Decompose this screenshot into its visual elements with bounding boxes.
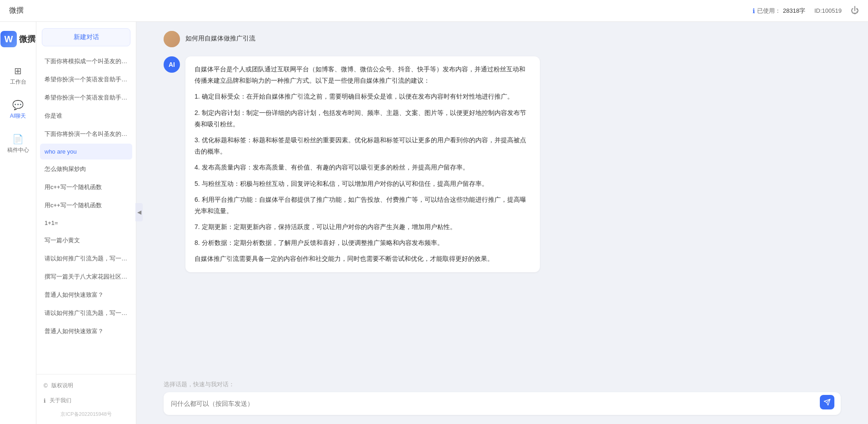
- logout-button[interactable]: ⏻: [851, 6, 859, 15]
- sidebar-footer: © 版权说明 ℹ 关于我们 京ICP备2022015948号: [36, 374, 136, 424]
- ai-para-2: 2. 制定内容计划：制定一份详细的内容计划，包括发布时间、频率、主题、文案、图片…: [195, 107, 531, 130]
- ai-para-6: 6. 利用平台推广功能：自媒体平台都提供了推广功能，如广告投放、付费推广等，可以…: [195, 194, 531, 217]
- copyright-label: 版权说明: [51, 382, 73, 389]
- ai-avatar: AI: [164, 56, 180, 73]
- nav-label-ai-chat: AI聊天: [10, 112, 26, 120]
- topbar-right: ℹ 已使用： 28318字 ID:100519 ⏻: [753, 6, 859, 15]
- usage-count: 28318字: [783, 7, 805, 15]
- sidebar-item-11[interactable]: 写一篇小黄文: [40, 232, 132, 249]
- about-us-link[interactable]: ℹ 关于我们: [40, 394, 132, 407]
- send-icon: [823, 399, 831, 406]
- ai-para-1: 1. 确定目标受众：在开始自媒体推广引流之前，需要明确目标受众是谁，以便在发布内…: [195, 91, 531, 102]
- send-button[interactable]: [820, 395, 834, 409]
- workbench-icon: ⊞: [14, 65, 22, 76]
- sidebar-item-12[interactable]: 请以如何推广引流为题，写一篇大纲: [40, 250, 132, 267]
- nav-label-workbench: 工作台: [10, 78, 26, 86]
- usage-label: 已使用：: [757, 7, 781, 15]
- sidebar-item-13[interactable]: 撰写一篇关于八大家花园社区一刻钟便民生...: [40, 268, 132, 285]
- sidebar-collapse-button[interactable]: ◀: [135, 203, 143, 221]
- left-nav: W 微撰 ⊞ 工作台 💬 AI聊天 📄 稿件中心: [0, 22, 36, 424]
- sidebar-item-15[interactable]: 请以如何推广引流为题，写一篇大纲: [40, 304, 132, 322]
- ai-para-0: 自媒体平台是个人或团队通过互联网平台（如博客、微博、微信公众号、抖音、快手等）发…: [195, 64, 531, 86]
- chat-messages: 如何用自媒体做推广引流 AI 自媒体平台是个人或团队通过互联网平台（如博客、微博…: [136, 22, 868, 376]
- about-label: 关于我们: [50, 397, 71, 404]
- brand-name: 微撰: [19, 34, 35, 45]
- nav-item-workbench[interactable]: ⊞ 工作台: [4, 61, 33, 90]
- sidebar-item-6[interactable]: who are you: [40, 144, 132, 160]
- user-avatar: [164, 31, 180, 47]
- user-message: 如何用自媒体做推广引流: [164, 31, 841, 47]
- about-icon: ℹ: [44, 398, 46, 404]
- brand-logo: W 微撰: [0, 31, 35, 47]
- sidebar: 新建对话 下面你将模拟成一个叫圣友的程序员，我说... 希望你扮演一个英语发音助…: [36, 22, 136, 424]
- quick-prompt-label: 选择话题，快速与我对话：: [164, 380, 841, 389]
- ai-chat-icon: 💬: [12, 100, 24, 110]
- icp-number: 京ICP备2022015948号: [40, 409, 132, 419]
- sidebar-item-5[interactable]: 下面你将扮演一个名叫圣友的医生: [40, 125, 132, 143]
- ai-para-4: 4. 发布高质量内容：发布高质量、有价值、有趣的内容可以吸引更多的粉丝，并提高用…: [195, 162, 531, 173]
- usage-icon: ℹ: [753, 7, 755, 15]
- new-conversation-button[interactable]: 新建对话: [42, 28, 130, 46]
- sidebar-item-10[interactable]: 1+1=: [40, 215, 132, 231]
- sidebar-item-3[interactable]: 希望你扮演一个英语发音助手，我提供给你...: [40, 89, 132, 106]
- chat-input-area: 选择话题，快速与我对话：: [136, 376, 868, 424]
- ai-para-3: 3. 优化标题和标签：标题和标签是吸引粉丝的重要因素。优化标题和标签可以让更多的…: [195, 135, 531, 157]
- chat-input[interactable]: [171, 399, 818, 409]
- ai-para-7: 7. 定期更新：定期更新内容，保持活跃度，可以让用户对你的内容产生兴趣，增加用户…: [195, 221, 531, 233]
- nav-item-ai-chat[interactable]: 💬 AI聊天: [4, 95, 33, 125]
- user-avatar-image: [164, 31, 180, 47]
- nav-label-draft: 稿件中心: [7, 146, 29, 154]
- chat-input-box: [164, 392, 841, 415]
- ai-message: AI 自媒体平台是个人或团队通过互联网平台（如博客、微博、微信公众号、抖音、快手…: [164, 56, 841, 272]
- user-id: ID:100519: [814, 7, 842, 14]
- sidebar-item-9[interactable]: 用c++写一个随机函数: [40, 197, 132, 214]
- chat-area: 如何用自媒体做推广引流 AI 自媒体平台是个人或团队通过互联网平台（如博客、微博…: [136, 22, 868, 424]
- user-message-text: 如何用自媒体做推广引流: [185, 31, 255, 43]
- conversation-list: 下面你将模拟成一个叫圣友的程序员，我说... 希望你扮演一个英语发音助手，我提供…: [36, 53, 136, 374]
- ai-para-5: 5. 与粉丝互动：积极与粉丝互动，回复评论和私信，可以增加用户对你的认可和信任，…: [195, 178, 531, 190]
- topbar: 微撰 ℹ 已使用： 28318字 ID:100519 ⏻: [0, 0, 868, 22]
- draft-icon: 📄: [12, 134, 24, 145]
- sidebar-item-2[interactable]: 希望你扮演一个英语发音助手，我提供给你...: [40, 71, 132, 88]
- topbar-title: 微撰: [9, 6, 753, 15]
- sidebar-item-8[interactable]: 用c++写一个随机函数: [40, 179, 132, 196]
- sidebar-item-16[interactable]: 普通人如何快速致富？: [40, 323, 132, 340]
- ai-para-8: 8. 分析数据：定期分析数据，了解用户反馈和喜好，以便调整推广策略和内容发布频率…: [195, 237, 531, 249]
- sidebar-item-7[interactable]: 怎么做狗屎炒肉: [40, 160, 132, 178]
- main-layout: W 微撰 ⊞ 工作台 💬 AI聊天 📄 稿件中心 新建对话 下面你将模拟成一个叫…: [0, 22, 868, 424]
- topbar-usage: ℹ 已使用： 28318字: [753, 7, 805, 15]
- copyright-link[interactable]: © 版权说明: [40, 379, 132, 392]
- ai-para-9: 自媒体推广引流需要具备一定的内容创作和社交能力，同时也需要不断尝试和优化，才能取…: [195, 253, 531, 264]
- sidebar-item-4[interactable]: 你是谁: [40, 107, 132, 125]
- brand-w-icon: W: [0, 31, 17, 47]
- copyright-icon: ©: [44, 383, 48, 389]
- nav-item-draft[interactable]: 📄 稿件中心: [4, 129, 33, 159]
- sidebar-item-14[interactable]: 普通人如何快速致富？: [40, 286, 132, 304]
- sidebar-item-1[interactable]: 下面你将模拟成一个叫圣友的程序员，我说...: [40, 53, 132, 70]
- ai-message-content: 自媒体平台是个人或团队通过互联网平台（如博客、微博、微信公众号、抖音、快手等）发…: [185, 56, 540, 272]
